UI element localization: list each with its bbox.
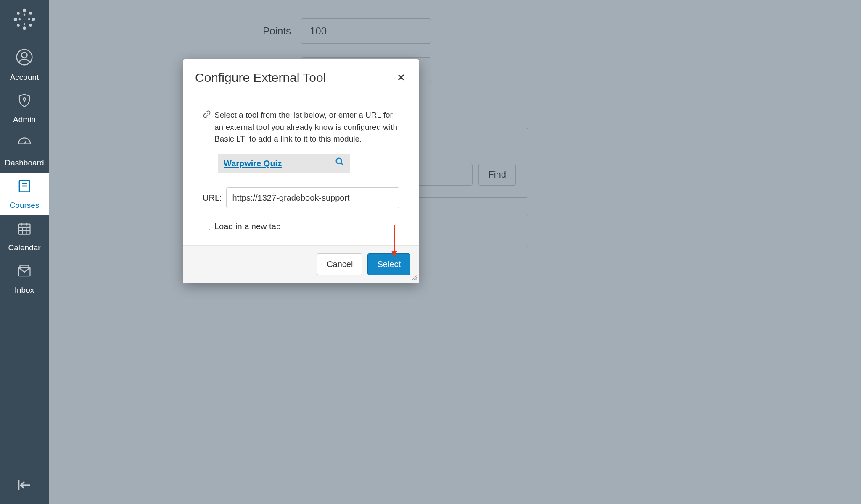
- modal-body: Select a tool from the list below, or en…: [183, 95, 419, 245]
- svg-point-3: [32, 18, 35, 21]
- svg-point-1: [23, 26, 26, 30]
- nav-admin[interactable]: Admin: [0, 87, 49, 129]
- svg-line-33: [415, 278, 417, 280]
- link-icon: [203, 109, 211, 145]
- nav-label: Dashboard: [5, 158, 44, 168]
- calendar-icon: [17, 221, 32, 241]
- svg-line-30: [341, 163, 343, 165]
- svg-point-4: [17, 12, 20, 15]
- search-icon: [335, 157, 344, 170]
- modal-title: Configure External Tool: [195, 71, 326, 85]
- nav-calendar[interactable]: Calendar: [0, 215, 49, 257]
- load-new-tab-checkbox[interactable]: [203, 223, 210, 230]
- svg-point-29: [336, 158, 342, 163]
- nav-courses[interactable]: Courses: [0, 173, 49, 215]
- account-icon: [16, 49, 33, 70]
- configure-external-tool-modal: Configure External Tool ✕ Select a tool …: [183, 59, 419, 283]
- inbox-icon: [17, 263, 32, 283]
- global-nav-sidebar: Account Admin Dashboard Courses Calendar…: [0, 0, 49, 504]
- svg-point-5: [29, 12, 32, 15]
- load-new-tab-label: Load in a new tab: [214, 220, 281, 233]
- nav-dashboard[interactable]: Dashboard: [0, 129, 49, 173]
- nav-account[interactable]: Account: [0, 43, 49, 87]
- nav-label: Admin: [13, 115, 36, 124]
- modal-instruction-text: Select a tool from the list below, or en…: [214, 109, 399, 145]
- svg-point-10: [19, 18, 21, 20]
- courses-icon: [17, 178, 32, 198]
- svg-rect-27: [20, 265, 29, 268]
- tool-name-link[interactable]: Warpwire Quiz: [224, 157, 282, 170]
- resize-handle-icon[interactable]: [410, 273, 417, 282]
- svg-point-2: [14, 18, 17, 21]
- svg-point-0: [23, 9, 26, 12]
- svg-point-6: [17, 24, 20, 27]
- nav-label: Calendar: [8, 243, 40, 252]
- svg-point-11: [28, 18, 30, 20]
- cancel-button[interactable]: Cancel: [317, 253, 362, 275]
- svg-point-9: [24, 23, 25, 25]
- nav-label: Courses: [10, 201, 40, 210]
- url-input[interactable]: [226, 187, 399, 208]
- svg-line-32: [414, 277, 417, 280]
- nav-collapse-button[interactable]: [0, 479, 49, 491]
- svg-point-8: [24, 14, 25, 16]
- close-icon[interactable]: ✕: [395, 70, 407, 85]
- nav-inbox[interactable]: Inbox: [0, 257, 49, 300]
- svg-rect-26: [19, 267, 30, 276]
- admin-icon: [17, 93, 32, 113]
- modal-scrim[interactable]: [49, 0, 861, 504]
- modal-footer: Cancel Select: [183, 245, 419, 283]
- nav-label: Inbox: [15, 286, 34, 295]
- nav-label: Account: [10, 73, 39, 82]
- dashboard-icon: [16, 135, 32, 156]
- modal-header: Configure External Tool ✕: [183, 59, 419, 95]
- svg-point-14: [23, 98, 26, 100]
- canvas-logo-icon: [13, 8, 36, 31]
- select-button[interactable]: Select: [367, 253, 410, 275]
- svg-point-13: [21, 52, 27, 58]
- svg-rect-19: [19, 224, 30, 234]
- url-label: URL:: [203, 192, 222, 204]
- tool-list-item[interactable]: Warpwire Quiz: [218, 154, 350, 173]
- svg-point-7: [29, 24, 32, 27]
